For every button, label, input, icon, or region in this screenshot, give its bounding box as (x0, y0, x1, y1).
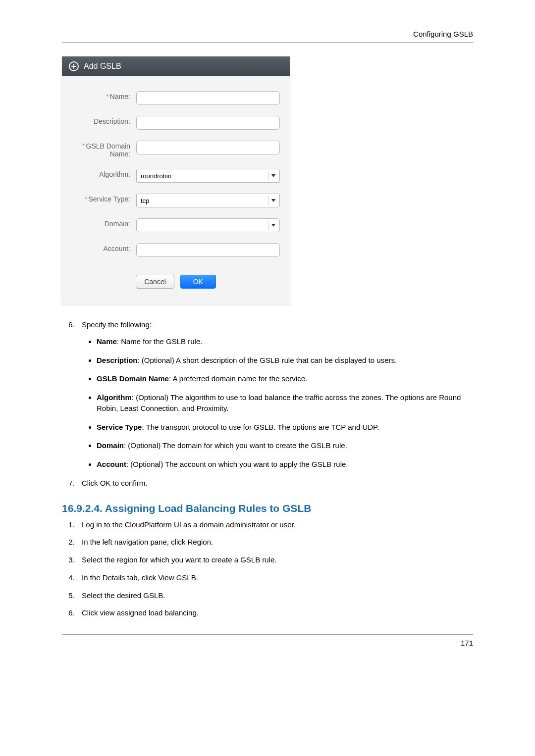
step-list-continued: Specify the following: Name: Name for th… (62, 319, 473, 489)
assign-step-6: Click view assigned load balancing. (77, 607, 473, 618)
spec-bullets: Name: Name for the GSLB rule. Descriptio… (82, 336, 473, 470)
plus-icon (69, 61, 79, 71)
gslb-domain-input[interactable] (136, 141, 280, 154)
dialog-title: Add GSLB (84, 62, 121, 71)
domain-select[interactable] (136, 218, 280, 232)
section-heading: 16.9.2.4. Assigning Load Balancing Rules… (62, 503, 473, 514)
bullet-service-type: Service Type: The transport protocol to … (97, 422, 473, 433)
description-input[interactable] (136, 116, 280, 130)
step-7: Click OK to confirm. (77, 478, 473, 489)
ok-button[interactable]: OK (180, 275, 216, 289)
bullet-account: Account: (Optional) The account on which… (97, 459, 473, 470)
algorithm-label: Algorithm: (72, 169, 136, 178)
assign-step-4: In the Details tab, click View GSLB. (77, 572, 473, 583)
page-header-title: Configuring GSLB (413, 30, 473, 38)
bullet-name: Name: Name for the GSLB rule. (97, 336, 473, 347)
bullet-description: Description: (Optional) A short descript… (97, 355, 473, 366)
page-number: 171 (461, 639, 473, 647)
account-label: Account: (72, 243, 136, 252)
cancel-button[interactable]: Cancel (136, 275, 174, 289)
assign-step-3: Select the region for which you want to … (77, 554, 473, 565)
chevron-down-icon (268, 196, 277, 205)
name-input[interactable] (136, 91, 280, 105)
service-type-select[interactable]: tcp (136, 194, 280, 207)
dialog-titlebar: Add GSLB (62, 56, 290, 76)
dialog-body: *Name: Description: *GSLB Domain Name: A… (62, 76, 290, 305)
account-input[interactable] (136, 243, 280, 257)
service-type-label: *Service Type: (72, 194, 136, 203)
service-type-value: tcp (141, 197, 149, 204)
bullet-algorithm: Algorithm: (Optional) The algorithm to u… (97, 392, 473, 414)
dialog-actions: Cancel OK (72, 268, 280, 300)
page-header: Configuring GSLB (62, 30, 473, 43)
name-label: *Name: (72, 91, 136, 101)
page-footer: 171 (62, 634, 473, 647)
assign-step-5: Select the desired GSLB. (77, 590, 473, 601)
bullet-domain: Domain: (Optional) The domain for which … (97, 440, 473, 451)
chevron-down-icon (268, 221, 277, 230)
assign-steps-list: Log in to the CloudPlatform UI as a doma… (62, 519, 473, 619)
bullet-gslb-domain: GSLB Domain Name: A preferred domain nam… (97, 373, 473, 384)
add-gslb-dialog: Add GSLB *Name: Description: *GSLB Domai… (62, 56, 290, 305)
algorithm-select[interactable]: roundrobin (136, 169, 280, 183)
gslb-domain-label: *GSLB Domain Name: (72, 141, 136, 158)
chevron-down-icon (268, 171, 277, 180)
step-6: Specify the following: Name: Name for th… (77, 319, 473, 470)
assign-step-2: In the left navigation pane, click Regio… (77, 537, 473, 548)
domain-label: Domain: (72, 218, 136, 228)
assign-step-1: Log in to the CloudPlatform UI as a doma… (77, 519, 473, 530)
algorithm-value: roundrobin (141, 172, 171, 180)
description-label: Description: (72, 116, 136, 125)
